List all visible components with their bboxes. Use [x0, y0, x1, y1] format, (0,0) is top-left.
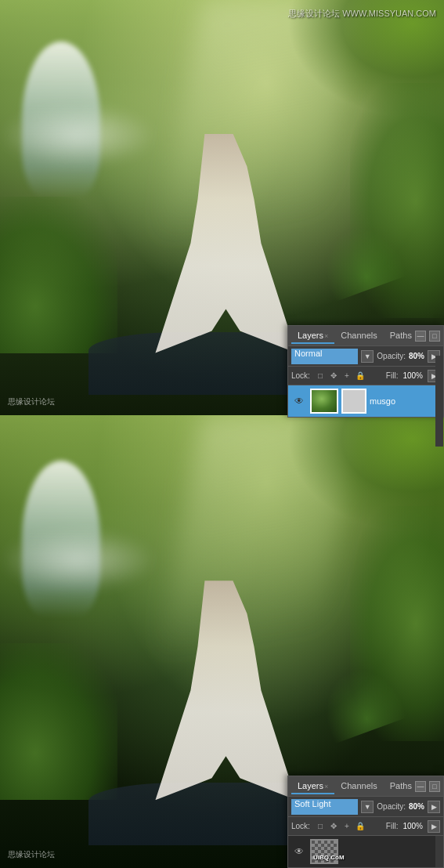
lock-label-bottom: Lock: [291, 822, 310, 830]
layer-thumbnail-image-top [312, 390, 337, 412]
panel-controls-top: — □ [415, 331, 440, 342]
panel-controls-bottom: — □ [415, 781, 440, 792]
lock-label-top: Lock: [291, 371, 310, 380]
figure-top [155, 134, 296, 353]
layers-panel-bottom: Layers× Channels Paths — □ Soft Light ▼ … [287, 776, 444, 868]
layers-panel-top: Layers× Channels Paths — □ Normal ▼ Opac… [287, 325, 444, 418]
blend-mode-row-top: Normal ▼ Opacity: 80% ▶ [288, 346, 443, 367]
watermark-bottom-left-top: 思缘设计论坛 [8, 396, 55, 407]
lock-all-icon-top[interactable]: 🔒 [355, 371, 366, 382]
lock-transform-icon-bottom[interactable]: + [341, 821, 352, 832]
opacity-label-bottom: Opacity: [377, 802, 406, 811]
restore-button-top[interactable]: □ [429, 331, 440, 342]
opacity-label-top: Opacity: [377, 352, 406, 360]
restore-button-bottom[interactable]: □ [429, 781, 440, 792]
figure-body-bottom [155, 580, 296, 800]
tab-layers-bottom[interactable]: Layers× [291, 779, 334, 794]
tab-channels-top[interactable]: Channels [334, 328, 383, 344]
tab-channels-bottom[interactable]: Channels [334, 779, 383, 794]
layer-mask-thumbnail-top [341, 389, 366, 414]
opacity-value-top: 80% [409, 352, 424, 360]
fill-value-top: 100% [402, 371, 423, 380]
blend-mode-select-top[interactable]: Normal [291, 349, 358, 364]
layer-thumbnail-top [310, 389, 338, 414]
fill-arrow-bottom[interactable]: ▶ [428, 820, 440, 833]
layer-item-musgo[interactable]: 👁 musgo [288, 385, 443, 417]
lock-row-bottom: Lock: □ ✥ + 🔒 Fill: 100% ▶ [288, 817, 443, 836]
panel-header-bottom: Layers× Channels Paths — □ [288, 776, 443, 797]
tab-layers-top[interactable]: Layers× [291, 328, 334, 344]
opacity-value-bottom: 80% [409, 802, 424, 811]
lock-transform-icon-top[interactable]: + [341, 371, 352, 382]
layer-item-uibq[interactable]: 👁 UiBQ.CoM [288, 836, 443, 867]
figure-body-top [155, 134, 296, 353]
fill-label-top: Fill: [386, 371, 399, 380]
lock-all-icon-bottom[interactable]: 🔒 [355, 821, 366, 832]
uibq-text: UiBQ.CoM [313, 854, 345, 861]
lock-row-top: Lock: □ ✥ + 🔒 Fill: 100% ▶ [288, 367, 443, 385]
blend-mode-arrow-bottom[interactable]: ▼ [361, 801, 374, 813]
lock-icons-top: □ ✥ + 🔒 [315, 371, 366, 382]
lock-move-icon-bottom[interactable]: ✥ [328, 821, 339, 832]
lock-pixels-icon-top[interactable]: □ [315, 371, 326, 382]
tab-paths-top[interactable]: Paths [384, 328, 418, 344]
waterfall-mist-top [0, 104, 157, 167]
fill-value-bottom: 100% [402, 822, 423, 830]
layer-visibility-icon-top[interactable]: 👁 [291, 393, 307, 409]
minimize-button-top[interactable]: — [415, 331, 426, 342]
blend-mode-row-bottom: Soft Light ▼ Opacity: 80% ▶ [288, 797, 443, 817]
panel-scrollbar-bottom[interactable] [435, 836, 443, 867]
watermark-top: 思缘设计论坛 WWW.MISSYUAN.COM [288, 8, 436, 20]
moss-left-bottom [0, 643, 117, 800]
tab-paths-bottom[interactable]: Paths [384, 779, 418, 794]
layer-name-top: musgo [370, 396, 440, 406]
opacity-arrow-bottom[interactable]: ▶ [428, 801, 440, 813]
panel-scrollbar-top[interactable] [435, 356, 443, 447]
blend-mode-arrow-top[interactable]: ▼ [361, 350, 374, 363]
lock-move-icon-top[interactable]: ✥ [328, 371, 339, 382]
watermark-bottom-left-bottom: 思缘设计论坛 [8, 849, 55, 860]
blend-mode-select-bottom[interactable]: Soft Light [291, 799, 358, 815]
minimize-button-bottom[interactable]: — [415, 781, 426, 792]
lock-pixels-icon-bottom[interactable]: □ [315, 821, 326, 832]
figure-bottom [155, 580, 296, 800]
layer-checkered-thumbnail-bottom: UiBQ.CoM [310, 839, 338, 864]
layer-visibility-icon-bottom[interactable]: 👁 [291, 844, 307, 859]
fill-label-bottom: Fill: [386, 822, 399, 830]
panel-header-top: Layers× Channels Paths — □ [288, 326, 443, 346]
moss-left-top [0, 197, 117, 353]
waterfall-mist-bottom [0, 529, 157, 591]
lock-icons-bottom: □ ✥ + 🔒 [315, 821, 366, 832]
